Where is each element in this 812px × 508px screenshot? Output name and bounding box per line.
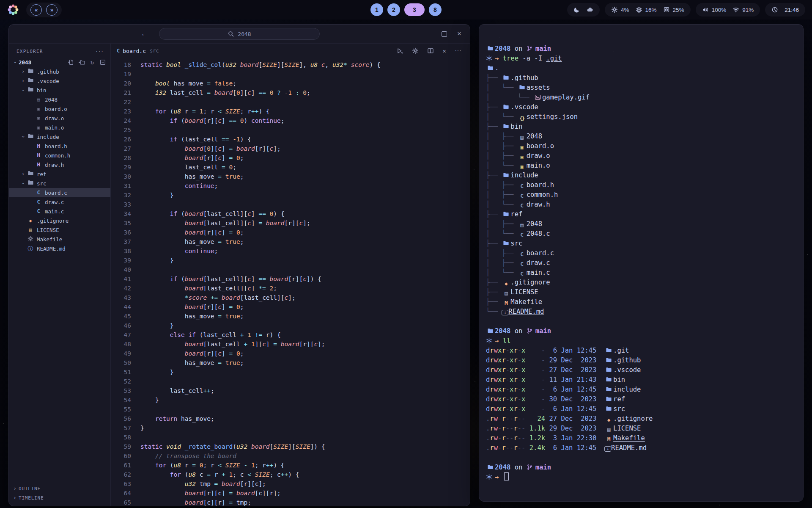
run-file-button[interactable] [397, 47, 403, 54]
explorer-item-ref[interactable]: ›ref [9, 169, 110, 179]
split-editor-button[interactable] [427, 47, 434, 54]
code-line[interactable]: 20 bool has_move = false; [111, 79, 470, 88]
code-line[interactable]: 24 if (board[r][c] == 0) continue; [111, 116, 470, 125]
explorer-more-button[interactable]: ··· [95, 49, 104, 54]
nav-back-button[interactable]: ← [141, 25, 148, 43]
close-button[interactable]: × [457, 30, 461, 38]
tab-board-c[interactable]: C board.c src [117, 48, 159, 54]
audio-network-widget[interactable]: 100% 91% [696, 3, 760, 17]
explorer-item-board.h[interactable]: Hboard.h [9, 141, 110, 151]
code-line[interactable]: 60 // transpose the board [111, 451, 470, 461]
minimize-button[interactable]: – [428, 30, 431, 38]
explorer-item-.gitignore[interactable]: ◆.gitignore [9, 216, 110, 225]
code-line[interactable]: 46 } [111, 321, 470, 330]
code-line[interactable]: 42 board[last_cell][c] *= 2; [111, 284, 470, 293]
code-line[interactable]: 18static bool _slide_col(u32 board[SIZE]… [111, 60, 470, 69]
clock-widget[interactable]: 21:46 [765, 3, 805, 17]
code-line[interactable]: 63 u32 tmp = board[r][c]; [111, 479, 470, 489]
workspace-1[interactable]: 1 [370, 3, 383, 16]
code-line[interactable]: 56 return has_move; [111, 414, 470, 423]
explorer-item-include[interactable]: ›include [9, 132, 110, 141]
code-line[interactable]: 39 } [111, 256, 470, 265]
code-line[interactable]: 48 board[last_cell + 1][c] = board[r][c]… [111, 340, 470, 349]
code-line[interactable]: 53 last_cell++; [111, 386, 470, 395]
code-line[interactable]: 35 board[last_cell][c] = board[r][c]; [111, 218, 470, 228]
explorer-item-common.h[interactable]: Hcommon.h [9, 151, 110, 160]
code-line[interactable]: 37 has_move = true; [111, 237, 470, 246]
code-line[interactable]: 62 for (u8 c = r + 1; c < SIZE; c++) { [111, 470, 470, 479]
explorer-item-2048[interactable]: ▤2048 [9, 95, 110, 104]
code-line[interactable]: 36 board[r][c] = 0; [111, 228, 470, 237]
code-line[interactable]: 26 if (last_cell == -1) { [111, 135, 470, 144]
code-line[interactable]: 52 [111, 377, 470, 386]
weather-widget[interactable] [567, 3, 600, 17]
explorer-item-board.o[interactable]: ▣board.o [9, 104, 110, 113]
code-line[interactable]: 65 board[c][r] = tmp; [111, 498, 470, 506]
explorer-item-main.o[interactable]: ▣main.o [9, 123, 110, 132]
explorer-item-LICENSE[interactable]: ▤LICENSE [9, 225, 110, 235]
code-line[interactable]: 61 for (u8 r = 0; r < SIZE - 1; r++) { [111, 461, 470, 470]
code-line[interactable]: 23 for (u8 r = 1; r < SIZE; r++) { [111, 107, 470, 116]
new-folder-button[interactable] [78, 59, 85, 66]
refresh-button[interactable]: ↻ [89, 59, 96, 66]
code-line[interactable]: 31 continue; [111, 181, 470, 190]
code-line[interactable]: 44 board[r][c] = 0; [111, 302, 470, 312]
code-line[interactable]: 47 else if (last_cell + 1 != r) { [111, 330, 470, 340]
code-line[interactable]: 57} [111, 423, 470, 433]
workspace-8[interactable]: 8 [429, 3, 442, 16]
maximize-button[interactable] [442, 31, 447, 37]
system-stats-widget[interactable]: 4% 16% 25% [605, 3, 691, 17]
explorer-item-Makefile[interactable]: Makefile [9, 235, 110, 244]
new-file-button[interactable] [68, 59, 74, 66]
explorer-item-main.c[interactable]: Cmain.c [9, 207, 110, 216]
launcher-logo-icon[interactable] [7, 3, 19, 16]
code-line[interactable]: 50 has_move = true; [111, 358, 470, 367]
explorer-item-src[interactable]: ›src [9, 179, 110, 188]
close-editor-button[interactable]: × [442, 47, 446, 55]
code-line[interactable]: 49 board[r][c] = 0; [111, 349, 470, 358]
explorer-item-.github[interactable]: ›.github [9, 67, 110, 76]
code-line[interactable]: 43 *score += board[last_cell][c]; [111, 293, 470, 302]
code-line[interactable]: 25 [111, 125, 470, 135]
code-line[interactable]: 30 has_move = true; [111, 172, 470, 181]
outline-section[interactable]: ›OUTLINE [9, 484, 110, 493]
media-next-button[interactable]: » [46, 4, 58, 16]
code-line[interactable]: 38 continue; [111, 246, 470, 256]
code-line[interactable]: 28 board[r][c] = 0; [111, 153, 470, 163]
code-line[interactable]: 59static void _rotate_board(u32 board[SI… [111, 442, 470, 451]
code-line[interactable]: 40 [111, 265, 470, 274]
explorer-item-draw.c[interactable]: Cdraw.c [9, 197, 110, 207]
timeline-section[interactable]: ›TIMELINE [9, 493, 110, 502]
explorer-item-board.c[interactable]: Cboard.c [9, 188, 110, 197]
explorer-item-draw.h[interactable]: Hdraw.h [9, 160, 110, 169]
terminal-window[interactable]: 2048 on main→ tree -a -I .git.├── .githu… [479, 24, 804, 502]
code-line[interactable]: 51 } [111, 367, 470, 377]
code-line[interactable]: 45 has_move = true; [111, 312, 470, 321]
explorer-item-2048[interactable]: ›2048↻ [9, 58, 110, 67]
editor-more-actions-button[interactable]: ··· [455, 47, 461, 55]
code-line[interactable]: 55 [111, 405, 470, 414]
code-line[interactable]: 19 [111, 69, 470, 79]
code-line[interactable]: 64 board[r][c] = board[c][r]; [111, 489, 470, 498]
code-line[interactable]: 32 } [111, 190, 470, 200]
explorer-item-draw.o[interactable]: ▣draw.o [9, 113, 110, 123]
explorer-item-bin[interactable]: ›bin [9, 86, 110, 95]
editor-settings-gear-icon[interactable] [412, 47, 419, 54]
code-line[interactable]: 29 last_cell = 0; [111, 163, 470, 172]
explorer-item-.vscode[interactable]: ›.vscode [9, 76, 110, 86]
code-line[interactable]: 27 board[0][c] = board[r][c]; [111, 144, 470, 153]
code-line[interactable]: 58 [111, 433, 470, 442]
code-line[interactable]: 34 if (board[last_cell][c] == 0) { [111, 209, 470, 218]
code-line[interactable]: 21 i32 last_cell = board[0][c] == 0 ? -1… [111, 88, 470, 97]
workspace-2[interactable]: 2 [387, 3, 400, 16]
code-line[interactable]: 33 [111, 200, 470, 209]
media-previous-button[interactable]: « [30, 4, 42, 16]
explorer-item-README.md[interactable]: ⓘREADME.md [9, 244, 110, 253]
workspace-3[interactable]: 3 [404, 3, 425, 16]
code-editor[interactable]: 18static bool _slide_col(u32 board[SIZE]… [111, 58, 470, 506]
code-line[interactable]: 41 if (board[last_cell][c] == board[r][c… [111, 274, 470, 284]
collapse-all-button[interactable] [99, 59, 106, 66]
command-center-search[interactable]: 2048 [159, 28, 320, 40]
code-line[interactable]: 54 } [111, 395, 470, 405]
code-line[interactable]: 22 [111, 97, 470, 107]
